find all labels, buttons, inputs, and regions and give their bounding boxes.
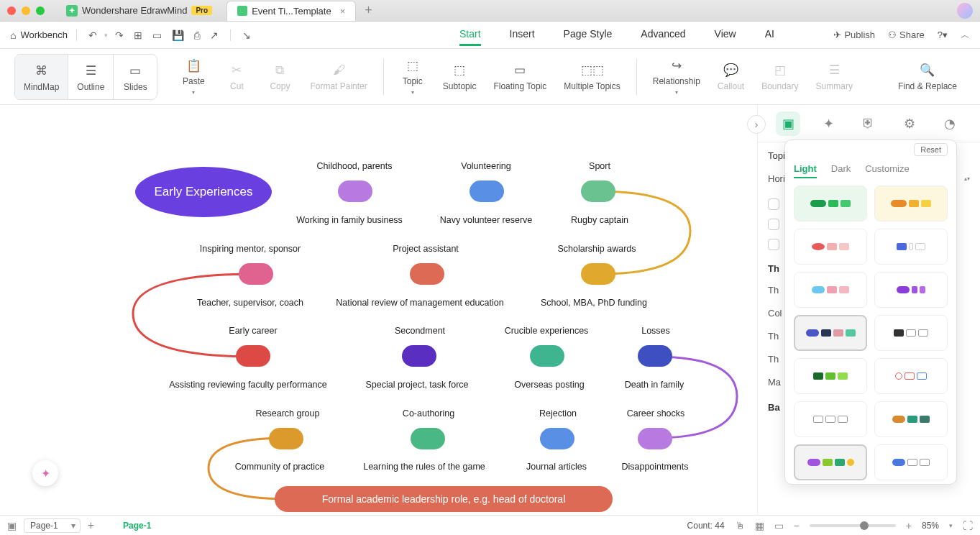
open-file-button[interactable]: ▭ [150, 28, 165, 42]
timeline-node[interactable] [530, 345, 564, 367]
final-topic[interactable]: Formal academic leadership role, e.g. he… [275, 486, 613, 512]
topic-label[interactable]: Rejection [539, 408, 577, 419]
relationship-button[interactable]: ↪Relationship▾ [644, 54, 709, 100]
timeline-node[interactable] [638, 345, 672, 367]
topic-label[interactable]: Childhood, parents [317, 161, 393, 171]
page-layout-icon[interactable]: ▣ [7, 520, 17, 531]
close-tab-icon[interactable]: × [340, 6, 346, 17]
summary-button[interactable]: ☰Summary [807, 54, 861, 100]
topic-label[interactable]: Journal articles [526, 462, 587, 472]
mouse-icon[interactable]: 🖱 [735, 520, 745, 531]
multiple-topics-button[interactable]: ⬚⬚Multiple Topics [555, 54, 628, 100]
add-page-button[interactable]: + [88, 519, 94, 532]
theme-swatch[interactable] [794, 229, 867, 265]
checkbox[interactable] [768, 198, 779, 210]
style-panel-tab[interactable]: ▣ [776, 111, 800, 136]
topic-label[interactable]: Research group [256, 408, 320, 419]
history-panel-tab[interactable]: ◔ [938, 111, 962, 136]
outline-mode-button[interactable]: ☰Outline [68, 55, 114, 100]
topic-label[interactable]: Volunteering [461, 161, 511, 171]
maximize-icon[interactable] [36, 6, 45, 15]
topic-label[interactable]: Rugby captain [571, 215, 628, 225]
zoom-out-button[interactable]: − [794, 520, 800, 531]
topic-label[interactable]: Secondment [395, 326, 445, 336]
timeline-node[interactable] [581, 263, 615, 285]
theme-tab-customize[interactable]: Customize [865, 163, 909, 178]
theme-swatch[interactable] [874, 315, 948, 351]
theme-swatch[interactable] [874, 272, 948, 308]
publish-button[interactable]: ✈Publish [833, 29, 875, 40]
topic-label[interactable]: Navy volunteer reserve [440, 215, 533, 225]
find-replace-button[interactable]: 🔍Find & Replace [889, 54, 966, 100]
topic-button[interactable]: ⬚Topic▾ [391, 54, 434, 100]
topic-label[interactable]: Overseas posting [514, 380, 584, 390]
theme-swatch[interactable] [874, 401, 948, 437]
fullscreen-button[interactable]: ⛶ [963, 520, 973, 531]
boundary-button[interactable]: ◰Boundary [753, 54, 807, 100]
timeline-node[interactable] [581, 180, 615, 202]
topic-label[interactable]: School, MBA, PhD funding [541, 298, 647, 308]
reset-button[interactable]: Reset [914, 143, 948, 156]
fit-icon[interactable]: ▭ [774, 520, 784, 531]
topic-label[interactable]: Learning the rules of the game [363, 462, 485, 472]
topic-label[interactable]: Disappointments [621, 462, 688, 472]
print-button[interactable]: ⎙ [191, 28, 203, 42]
slides-mode-button[interactable]: ▭Slides [114, 55, 157, 100]
user-avatar[interactable] [957, 3, 973, 19]
root-topic[interactable]: Early Experiences [135, 167, 272, 217]
export-button[interactable]: ↗ [207, 28, 221, 42]
redo-button[interactable]: ↷ [112, 28, 127, 42]
timeline-node[interactable] [411, 428, 445, 449]
help-button[interactable]: ?▾ [938, 29, 948, 40]
topic-label[interactable]: Death in family [625, 380, 684, 390]
paste-button[interactable]: 📋Paste▾ [172, 54, 215, 100]
format-painter-button[interactable]: 🖌Format Painter [301, 54, 375, 100]
minimize-icon[interactable] [22, 6, 30, 15]
theme-swatch[interactable] [874, 229, 948, 265]
topic-label[interactable]: Co-authoring [403, 408, 454, 419]
topic-label[interactable]: National review of management education [336, 298, 503, 308]
topic-label[interactable]: Assisting reviewing faculty performance [169, 380, 327, 390]
workbench-button[interactable]: ⌂ Workbench [10, 29, 68, 41]
zoom-slider[interactable] [810, 524, 896, 527]
new-tab-button[interactable]: + [365, 3, 372, 18]
timeline-node[interactable] [540, 428, 574, 449]
tab-page-style[interactable]: Page Style [564, 24, 613, 46]
import-button[interactable]: ↘ [239, 28, 254, 42]
copy-button[interactable]: ⧉Copy [258, 54, 301, 100]
checkbox[interactable] [768, 219, 779, 230]
ai-panel-tab[interactable]: ✦ [816, 111, 841, 136]
security-panel-tab[interactable]: ⛨ [856, 111, 881, 136]
topic-label[interactable]: Teacher, supervisor, coach [197, 298, 303, 308]
floating-topic-button[interactable]: ▭Floating Topic [485, 54, 555, 100]
topic-label[interactable]: Inspiring mentor, sponsor [200, 244, 301, 254]
timeline-node[interactable] [402, 345, 436, 367]
new-file-button[interactable]: ⊞ [131, 28, 145, 42]
theme-swatch[interactable] [794, 186, 867, 221]
timeline-node[interactable] [239, 263, 273, 285]
checkbox[interactable] [768, 239, 779, 250]
theme-tab-dark[interactable]: Dark [831, 163, 851, 178]
theme-swatch[interactable] [874, 358, 948, 394]
topic-label[interactable]: Project assistant [393, 244, 459, 254]
page-tab[interactable]: Page-1 [123, 521, 151, 531]
tab-ai[interactable]: AI [765, 24, 774, 46]
save-button[interactable]: 💾 [169, 28, 187, 42]
topic-label[interactable]: Scholarship awards [557, 244, 636, 254]
theme-swatch-selected[interactable] [794, 315, 867, 351]
share-button[interactable]: ⚇Share [888, 29, 925, 40]
topic-label[interactable]: Losses [641, 326, 670, 336]
settings-panel-tab[interactable]: ⚙ [897, 111, 922, 136]
collapse-ribbon-button[interactable]: ︿ [961, 29, 970, 42]
theme-swatch[interactable] [794, 272, 867, 308]
timeline-node[interactable] [638, 428, 672, 449]
collapse-panel-button[interactable]: › [747, 115, 766, 134]
timeline-node[interactable] [236, 345, 270, 367]
mindmap-canvas[interactable]: Early Experiences Childhood, parents Wor… [0, 105, 762, 515]
topic-label[interactable]: Special project, task force [365, 380, 468, 390]
topic-label[interactable]: Working in family business [296, 215, 403, 225]
zoom-in-button[interactable]: + [906, 520, 912, 531]
window-controls[interactable] [7, 6, 45, 15]
document-tab[interactable]: Event Ti...Template × [226, 1, 356, 21]
grid-icon[interactable]: ▦ [755, 520, 764, 531]
